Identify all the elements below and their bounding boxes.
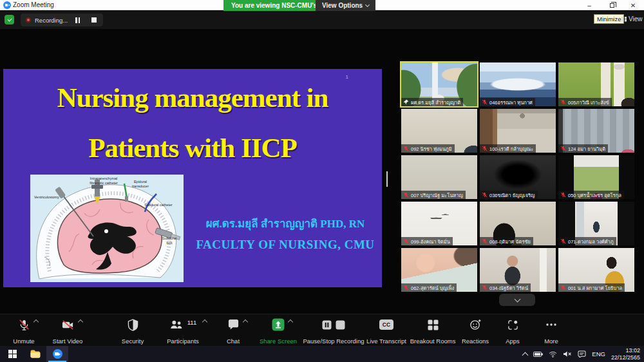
participant-tile[interactable]: 005ภาวิณี เกาะสังข์	[558, 62, 634, 106]
zoom-logo-icon	[3, 1, 11, 9]
participant-name-label: 100-เรวดี กล้าบุญณะ	[480, 144, 536, 153]
close-button[interactable]: ✕	[623, 0, 643, 10]
minimize-tooltip: Minimize	[594, 14, 624, 24]
pin-icon	[403, 99, 409, 105]
pause-recording-icon[interactable]	[322, 320, 332, 330]
show-hidden-icons-chevron[interactable]	[522, 352, 529, 358]
taskbar-date: 22/12/2565	[611, 354, 640, 361]
mic-muted-icon	[560, 238, 566, 244]
participant-name-label: 034-ณัฐธิดา วิรัตน์	[480, 283, 531, 292]
participant-name-label: 036ขณิตา ธัญญเจริญ	[480, 191, 538, 199]
zoom-taskbar-button[interactable]	[46, 346, 68, 362]
apps-button[interactable]: Apps	[498, 318, 527, 345]
participant-tile[interactable]: 034-ณัฐธิดา วิรัตน์	[480, 248, 556, 292]
participant-tile[interactable]: 036ขณิตา ธัญญเจริญ	[480, 155, 556, 199]
start-video-button[interactable]: Start Video	[48, 318, 88, 345]
restore-button[interactable]	[602, 0, 621, 10]
slide-page-number: 1	[346, 74, 348, 80]
participants-button[interactable]: 111 Participants	[162, 318, 204, 345]
unmute-button[interactable]: Unmute	[5, 318, 43, 345]
chevron-up-icon[interactable]	[202, 319, 207, 325]
participant-name-label: 092 นิรชา ทุ่งมนภูมิ	[401, 144, 455, 153]
speaker-name: ผศ.ดร.มยุลี สำราญญาติ PHD, RN	[191, 216, 379, 233]
scrollbar[interactable]	[386, 171, 388, 187]
meeting-topbar: Recording... Minimize View	[0, 11, 644, 29]
view-options-button[interactable]: View Options	[316, 0, 375, 11]
participants-icon	[169, 319, 184, 330]
icp-monitoring-diagram: Intraparenchymal fibreoptic catheter Epi…	[30, 175, 184, 282]
participants-count: 111	[187, 319, 196, 326]
action-center-icon[interactable]	[578, 350, 586, 357]
battery-icon[interactable]	[533, 351, 543, 357]
participant-name-label: 124 อมา ยานวิมุติ	[558, 144, 608, 153]
pause-recording-icon[interactable]	[75, 17, 81, 23]
security-button[interactable]: Security	[115, 318, 151, 345]
mic-muted-icon	[403, 285, 409, 291]
chevron-up-icon[interactable]	[242, 319, 247, 325]
meeting-info-shield-icon[interactable]	[5, 15, 14, 24]
participant-name-label: 005ภาวิณี เกาะสังข์	[558, 98, 612, 106]
participant-tile[interactable]: 001 น.ส ผกามาศ โยธิบาล	[558, 248, 634, 292]
collapse-gallery-button[interactable]	[499, 294, 535, 306]
speaker-muted-icon[interactable]	[563, 350, 572, 357]
mic-muted-icon	[403, 238, 409, 244]
participant-tile[interactable]: 046อรรณพา ทุนกาศ	[480, 62, 556, 106]
pause-stop-recording-button[interactable]: Pause/Stop Recording	[307, 318, 361, 345]
share-screen-icon	[272, 318, 285, 331]
window-title: Zoom Meeting	[13, 1, 54, 8]
stop-recording-icon[interactable]	[91, 17, 97, 23]
zoom-meeting-window: Zoom Meeting You are viewing NSC-CMU's s…	[0, 0, 644, 362]
mic-muted-icon	[482, 238, 488, 244]
cc-icon: CC	[379, 319, 393, 330]
chevron-up-icon[interactable]	[77, 319, 82, 325]
participant-tile[interactable]: 124 อมา ยานวิมุติ	[558, 109, 634, 153]
camera-off-icon	[61, 319, 75, 331]
diagram-label-intraparenchymal: Intraparenchymal fibreoptic catheter	[78, 176, 129, 186]
mic-muted-icon	[560, 285, 566, 291]
window-titlebar: Zoom Meeting You are viewing NSC-CMU's s…	[0, 0, 644, 10]
taskbar-clock[interactable]: 13:02 22/12/2565	[611, 347, 640, 361]
participant-tile[interactable]: 008-ฤติมาศ ฉัตรชัย	[480, 202, 556, 245]
windows-logo-icon	[8, 350, 17, 358]
participant-tile[interactable]: 007 ปริญาณัฐ มะโนหาญ	[401, 155, 477, 199]
participant-name-label: ผศ.ดร.มยุลี สำราญญาติ	[401, 98, 463, 106]
participant-video-grid: ผศ.ดร.มยุลี สำราญญาติ 046อรรณพา ทุนกาศ 0…	[401, 62, 634, 292]
participant-tile[interactable]: 092 นิรชา ทุ่งมนภูมิ	[401, 109, 477, 153]
mic-muted-icon	[482, 192, 488, 198]
mic-muted-icon	[18, 319, 30, 331]
chevron-up-icon[interactable]	[288, 319, 293, 325]
participant-tile[interactable]: 071-ดวงกมล วงศ์คำภู	[558, 202, 634, 245]
wifi-icon[interactable]	[549, 351, 557, 357]
chat-button[interactable]: Chat	[218, 318, 249, 345]
language-indicator[interactable]: ENG	[592, 350, 605, 357]
participant-name-label: 046อรรณพา ทุนกาศ	[480, 98, 535, 106]
diagram-label-epidural: Epidural transducer	[124, 180, 156, 189]
file-explorer-button[interactable]	[24, 346, 46, 362]
mic-muted-icon	[560, 99, 566, 105]
view-layout-button[interactable]: View	[621, 15, 643, 23]
participant-tile[interactable]: 050 บุศรน้ำเพชร อุตโรกุล	[558, 155, 634, 199]
slide-title-line1: Nursing management in	[3, 73, 382, 123]
participant-name-label: 062-สุดารัตน์ บุญเพ็ง	[401, 283, 457, 292]
share-screen-button[interactable]: Share Screen	[259, 318, 298, 345]
stop-recording-icon[interactable]	[336, 320, 345, 330]
participant-name-label: 007 ปริญาณัฐ มะโนหาญ	[401, 191, 466, 199]
participant-tile[interactable]: 100-เรวดี กล้าบุญณะ	[480, 109, 556, 153]
breakout-rooms-button[interactable]: Breakout Rooms	[411, 318, 455, 345]
participant-tile[interactable]: 099-อังคณา จิตมั่น	[401, 202, 477, 245]
participant-tile[interactable]: 062-สุดารัตน์ บุญเพ็ง	[401, 248, 477, 292]
chat-bubble-icon	[227, 319, 240, 330]
more-button[interactable]: More	[537, 318, 565, 345]
grid-view-icon	[621, 17, 627, 22]
diagram-label-subdural-bolt: Subdural bolt	[156, 236, 182, 245]
participant-name-label: 050 บุศรน้ำเพชร อุตโรกุล	[558, 191, 624, 199]
participant-name-label: 001 น.ส ผกามาศ โยธิบาล	[558, 283, 625, 292]
reactions-button[interactable]: Reactions	[459, 318, 492, 345]
minimize-button[interactable]: –	[580, 0, 599, 10]
start-button[interactable]	[1, 346, 23, 362]
chevron-up-icon[interactable]	[33, 319, 38, 325]
shared-screen-slide: Nursing management in Patients with IICP…	[3, 69, 382, 287]
live-transcript-button[interactable]: CC Live Transcript	[362, 318, 411, 345]
participant-name-label: 008-ฤติมาศ ฉัตรชัย	[480, 237, 533, 245]
participant-tile[interactable]: ผศ.ดร.มยุลี สำราญญาติ	[401, 62, 477, 106]
